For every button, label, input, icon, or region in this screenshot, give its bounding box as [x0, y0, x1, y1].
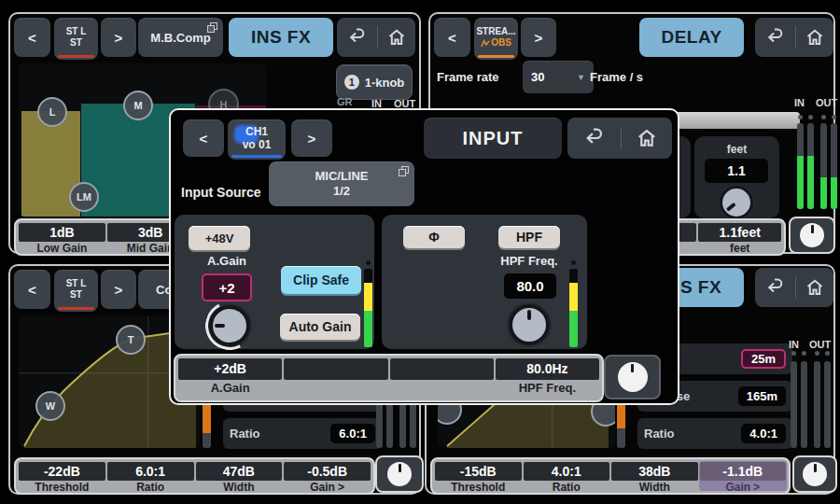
input-source-button[interactable]: MIC/LINE 1/2	[269, 161, 414, 206]
again-knob[interactable]	[209, 305, 250, 346]
clip-dot	[821, 115, 826, 119]
channel-select-button[interactable]: ST L ST	[54, 18, 98, 60]
chevron-left-icon: <	[200, 131, 208, 147]
home-icon[interactable]	[805, 278, 824, 297]
frame-rate-dropdown[interactable]: 30 ▼	[523, 61, 594, 93]
delay-feet-card: feet 1.1	[694, 136, 779, 218]
clip-dot	[825, 351, 830, 356]
touch-knob-button[interactable]	[604, 355, 661, 399]
param-footer: -15dBThreshold 4.0:1Ratio 38dBWidth -1.1…	[430, 457, 791, 495]
knob-icon	[618, 362, 648, 392]
prev-channel-button[interactable]: <	[183, 119, 224, 157]
input-level-meter	[364, 269, 372, 347]
footer-cell[interactable]	[283, 357, 388, 399]
undo-icon[interactable]	[764, 278, 785, 297]
release-value[interactable]: 165m	[738, 386, 786, 406]
again-value[interactable]: +2	[202, 273, 252, 301]
out-label: OUT	[809, 339, 831, 350]
footer-width[interactable]: 38dBWidth	[610, 461, 699, 491]
hpf-button[interactable]: HPF	[498, 226, 560, 248]
attack-value[interactable]: 25m	[741, 349, 786, 369]
ratio-value[interactable]: 6.0:1	[330, 424, 375, 443]
channel-select-button[interactable]: STREA... OBS	[474, 18, 518, 60]
dialog-title: INPUT	[424, 118, 562, 159]
post-hpf-meter	[569, 269, 578, 347]
channel-color-bar	[478, 55, 514, 58]
band-low-knob[interactable]: L	[37, 97, 67, 127]
band-mid-knob[interactable]: M	[123, 91, 153, 120]
phase-button[interactable]: Φ	[403, 226, 465, 248]
footer-hpf-freq[interactable]: 80.0HzHPF Freq.	[495, 357, 600, 399]
footer-ratio[interactable]: 4.0:1Ratio	[523, 461, 611, 491]
nav-group	[567, 118, 672, 159]
tab-ins-fx[interactable]: INS FX	[229, 18, 333, 57]
out-label: OUT	[816, 97, 837, 108]
input-source-label: Input Source	[181, 185, 261, 200]
channel-select-button[interactable]: ST L ST	[54, 270, 98, 312]
ratio-row[interactable]: Ratio 4.0:1	[637, 418, 792, 449]
ratio-value[interactable]: 4.0:1	[741, 424, 786, 443]
next-channel-button[interactable]: >	[101, 270, 136, 309]
frame-rate-unit: Frame / s	[590, 70, 643, 84]
out-meter-l	[820, 123, 827, 209]
touch-knob-button[interactable]	[792, 455, 837, 493]
ratio-row[interactable]: Ratio 6.0:1	[223, 418, 382, 449]
footer-ratio[interactable]: 6.0:1Ratio	[106, 461, 195, 491]
footer-cell[interactable]	[389, 357, 495, 399]
knob-icon	[387, 462, 412, 486]
out-meter-r	[824, 361, 831, 448]
channel-name: STREA...	[476, 26, 515, 37]
width-knob[interactable]: W	[35, 391, 65, 421]
channel-name: ST L	[66, 278, 87, 289]
undo-icon[interactable]	[582, 128, 605, 148]
phantom-48v-button[interactable]: +48V	[189, 226, 250, 250]
clip-safe-button[interactable]: Clip Safe	[281, 266, 361, 294]
channel-select-button[interactable]: CH1 vo 01	[228, 119, 286, 160]
footer-feet[interactable]: 1.1feetfeet	[697, 222, 782, 252]
out-meter-l	[814, 361, 820, 448]
home-icon[interactable]	[637, 128, 657, 148]
hpf-freq-knob[interactable]	[509, 304, 550, 345]
prev-channel-button[interactable]: <	[14, 18, 50, 57]
footer-again[interactable]: +2dBA.Gain	[177, 357, 283, 399]
crossover-lm-knob[interactable]: LM	[69, 182, 99, 212]
prev-channel-button[interactable]: <	[14, 270, 50, 309]
prev-channel-button[interactable]: <	[434, 18, 470, 57]
one-knob-button[interactable]: 1 1-knob	[336, 64, 413, 100]
gr-label: GR	[337, 96, 353, 107]
next-channel-button[interactable]: >	[291, 119, 332, 157]
home-icon[interactable]	[805, 28, 824, 47]
clip-dot	[366, 260, 371, 265]
mixer-screen: < ST L ST > M.B.Comp INS FX L M H LM 1	[0, 0, 840, 504]
hpf-freq-value[interactable]: 80.0	[504, 273, 556, 299]
footer-width[interactable]: 47dBWidth	[195, 461, 284, 491]
footer-threshold[interactable]: -22dBThreshold	[18, 461, 106, 491]
nav-group	[755, 268, 833, 307]
touch-knob-button[interactable]	[789, 217, 835, 254]
feet-knob[interactable]	[720, 186, 753, 219]
feet-value[interactable]: 1.1	[705, 159, 768, 183]
clip-dot	[798, 115, 803, 119]
tab-delay[interactable]: DELAY	[639, 18, 744, 57]
out-meter-r	[831, 123, 837, 209]
next-channel-button[interactable]: >	[101, 18, 136, 57]
input-dialog: < CH1 vo 01 > INPUT Input Source MIC/LIN…	[169, 108, 679, 405]
param-footer: +2dBA.Gain 80.0HzHPF Freq.	[174, 354, 604, 402]
next-channel-button[interactable]: >	[521, 18, 556, 57]
undo-icon[interactable]	[346, 28, 367, 47]
undo-icon[interactable]	[764, 28, 785, 47]
footer-threshold[interactable]: -15dBThreshold	[434, 461, 523, 491]
home-icon[interactable]	[387, 28, 406, 47]
auto-gain-button[interactable]: Auto Gain	[280, 314, 360, 340]
footer-low-gain[interactable]: 1dBLow Gain	[18, 222, 106, 252]
footer-gain[interactable]: -0.5dBGain>	[283, 461, 371, 491]
threshold-knob[interactable]: T	[116, 325, 146, 355]
channel-name-2: vo 01	[243, 138, 272, 151]
scene-icon	[481, 39, 490, 48]
again-label: A.Gain	[194, 254, 259, 268]
effect-select-button[interactable]: M.B.Comp	[138, 18, 223, 57]
touch-knob-button[interactable]	[375, 455, 424, 493]
channel-color-bar	[231, 155, 282, 158]
in-label: IN	[794, 97, 805, 108]
footer-gain-selected[interactable]: -1.1dBGain>	[699, 461, 788, 491]
